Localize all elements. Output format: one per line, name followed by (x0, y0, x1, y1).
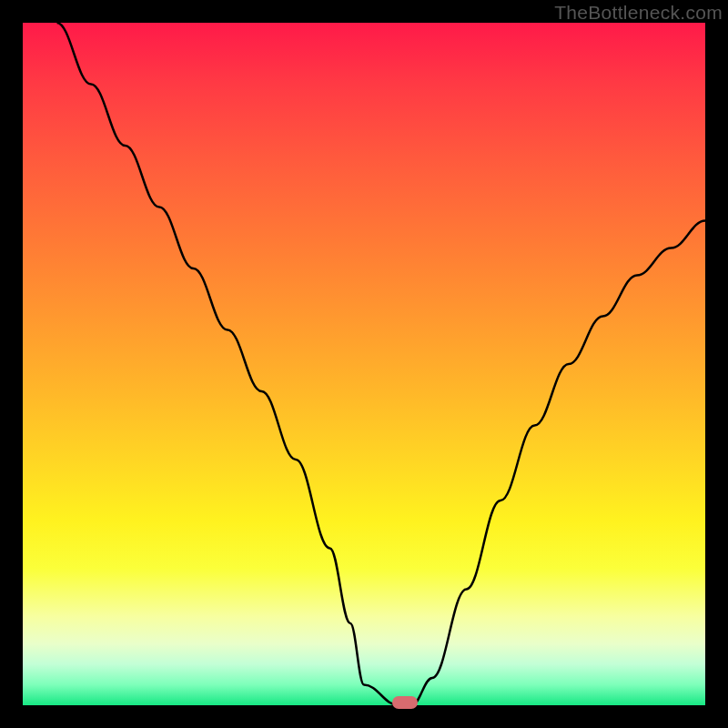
plot-area (23, 23, 705, 705)
optimum-marker (392, 696, 418, 709)
curve-path (57, 23, 706, 705)
chart-frame: TheBottleneck.com (0, 0, 728, 728)
watermark-text: TheBottleneck.com (554, 2, 723, 24)
bottleneck-curve (23, 23, 705, 705)
